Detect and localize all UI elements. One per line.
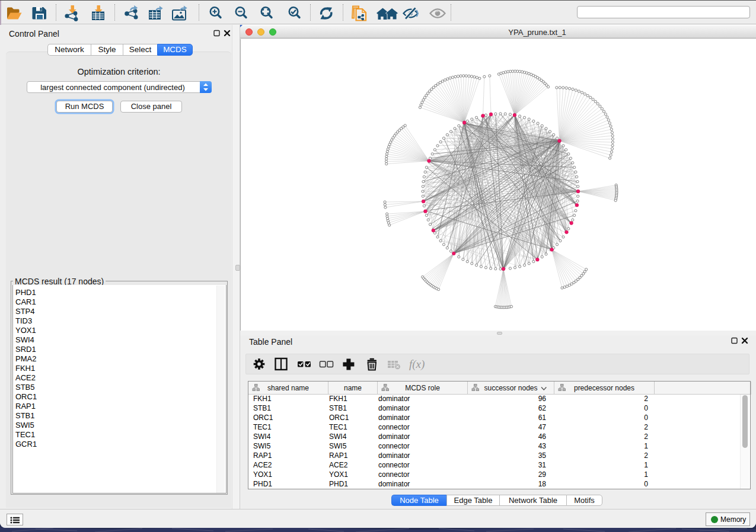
svg-text:f(x): f(x) — [409, 358, 425, 371]
